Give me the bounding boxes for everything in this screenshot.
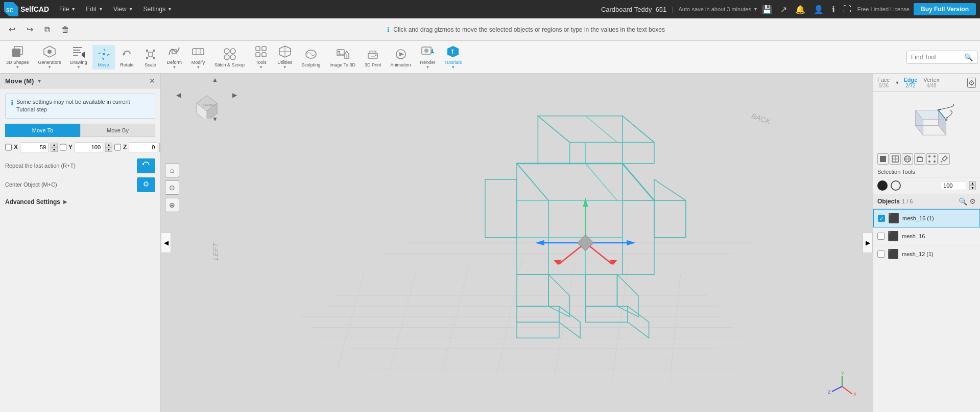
edge-selector[interactable]: Edge 2/72 (903, 77, 917, 88)
svg-rect-32 (256, 53, 260, 57)
y-input[interactable] (75, 142, 103, 152)
autosave-status[interactable]: Auto-save in about 3 minutes ▼ (678, 6, 757, 12)
menu-file[interactable]: File▼ (55, 4, 80, 15)
objects-settings-btn[interactable]: ⚙ (969, 197, 976, 205)
face-selector[interactable]: Face 0/36 (877, 77, 890, 88)
brush-size-down[interactable]: ▼ (969, 186, 976, 190)
objects-search-btn[interactable]: 🔍 (959, 197, 967, 205)
tab-move-by[interactable]: Move By (80, 124, 155, 137)
tab-move-to[interactable]: Move To (5, 124, 80, 137)
sel-type-faces[interactable] (914, 153, 925, 165)
tool-drawing[interactable]: Drawing ▼ (66, 42, 91, 72)
panel-close-button[interactable]: ✕ (149, 77, 155, 85)
menu-edit[interactable]: Edit▼ (82, 4, 107, 15)
sel-type-paint[interactable] (939, 153, 950, 165)
edge-count: 2/72 (905, 83, 915, 88)
z-input[interactable] (129, 142, 157, 152)
viewport[interactable]: FRONT ▲ ◀ ▶ ▼ ⌂ ⊙ ⊕ ◀ ▶ LEFT BACK (161, 74, 873, 412)
tool-modify[interactable]: Modify ▼ (187, 42, 209, 72)
tool-generators[interactable]: Generators ▼ (34, 42, 65, 72)
y-spin-down[interactable]: ▼ (105, 147, 112, 152)
obj-checkbox-0[interactable] (878, 215, 885, 222)
sel-type-vertices[interactable] (926, 153, 938, 165)
find-tool-input[interactable] (911, 54, 962, 61)
scale-icon (144, 47, 158, 61)
tool-animation[interactable]: Animation (387, 45, 415, 70)
brush-size-input[interactable] (941, 181, 966, 190)
bell-icon[interactable]: 🔔 (793, 3, 807, 16)
x-input[interactable] (20, 142, 49, 152)
move-icon (97, 47, 111, 61)
tool-3d-print[interactable]: 3D Print (361, 45, 386, 70)
obj-checkbox-2[interactable] (877, 250, 885, 258)
tool-utilities[interactable]: Utilities ▼ (273, 42, 296, 72)
tool-image-to-3d[interactable]: Image To 3D (325, 45, 360, 70)
user-icon[interactable]: 👤 (811, 3, 826, 16)
redo-button[interactable]: ↪ (23, 22, 37, 37)
nav-right-arrow[interactable]: ▶ (232, 91, 237, 99)
object-row-2[interactable]: ⬛ mesh_12 (1) (873, 245, 980, 263)
main-content: Move (M) ▼ ✕ ℹ Some settings may not be … (0, 74, 980, 412)
nav-left-arrow[interactable]: ◀ (176, 91, 181, 99)
sel-dropdown-arrow[interactable]: ▼ (895, 80, 899, 85)
object-row-1[interactable]: ⬛ mesh_16 (873, 227, 980, 245)
svg-rect-20 (146, 57, 148, 59)
tool-3d-shapes[interactable]: 3D Shapes ▼ (2, 42, 33, 72)
object-row-0[interactable]: ⬛ mesh_16 (1) (873, 209, 980, 227)
advanced-settings-label: Advanced Settings (5, 198, 60, 205)
svg-rect-17 (149, 52, 153, 56)
fullscreen-icon[interactable]: ⛶ (841, 3, 853, 16)
orbit-nav-btn[interactable]: ⊙ (165, 180, 179, 195)
home-nav-btn[interactable]: ⌂ (165, 163, 179, 177)
save-icon[interactable]: 💾 (760, 3, 774, 16)
center-button[interactable] (137, 177, 155, 192)
brush-size-up[interactable]: ▲ (969, 181, 976, 186)
sel-type-all[interactable] (902, 153, 913, 165)
y-spin-up[interactable]: ▲ (105, 143, 112, 147)
nav-cube[interactable]: FRONT (186, 78, 227, 120)
logo: SC SelfCAD (4, 2, 49, 16)
brush-solid-icon[interactable] (877, 180, 888, 191)
repeat-button[interactable] (137, 158, 155, 173)
action-bar: ↩ ↪ ⧉ 🗑 ℹ Click and drag gizmos to move … (0, 18, 980, 41)
undo-button[interactable]: ↩ (5, 22, 19, 37)
tool-sculpting[interactable]: Sculpting (297, 45, 324, 70)
advanced-settings-section[interactable]: Advanced Settings ▶ (5, 198, 155, 205)
menu-settings[interactable]: Settings▼ (139, 4, 176, 15)
panel-hide-right-btn[interactable]: ▶ (863, 233, 873, 253)
sel-type-solid[interactable] (877, 153, 889, 165)
share-icon[interactable]: ↗ (778, 3, 789, 16)
repeat-action-row: Repeat the last action (R+T) (5, 158, 155, 173)
tool-stitch[interactable]: Stitch & Scoop (210, 45, 249, 70)
nav-down-arrow[interactable]: ▼ (212, 116, 218, 123)
x-checkbox[interactable] (5, 144, 12, 151)
panel-dropdown-arrow[interactable]: ▼ (37, 78, 42, 84)
y-checkbox[interactable] (60, 144, 66, 151)
delete-button[interactable]: 🗑 (58, 22, 73, 37)
zoom-nav-btn[interactable]: ⊕ (165, 198, 179, 212)
obj-checkbox-1[interactable] (877, 233, 885, 240)
tool-rotate[interactable]: Rotate (116, 45, 138, 70)
brush-outline-icon[interactable] (891, 180, 901, 191)
tool-tutorials[interactable]: T Tutorials ▼ (440, 42, 466, 72)
vertex-selector[interactable]: Vertex 4/48 (923, 77, 939, 88)
info-icon[interactable]: ℹ (830, 3, 837, 16)
panel-hide-left-btn[interactable]: ◀ (161, 233, 171, 253)
svg-point-27 (230, 49, 235, 54)
tool-move[interactable]: Move (92, 45, 115, 70)
selection-settings-btn[interactable]: ⚙ (967, 78, 976, 88)
nav-cube-svg[interactable]: FRONT (186, 78, 227, 119)
sel-type-wireframe[interactable] (890, 153, 901, 165)
tool-tools[interactable]: Tools ▼ (250, 42, 272, 72)
copy-button[interactable]: ⧉ (41, 22, 54, 37)
tool-render[interactable]: Render ▼ (416, 42, 440, 72)
menu-view[interactable]: View▼ (109, 4, 137, 15)
svg-point-28 (224, 55, 229, 60)
nav-up-arrow[interactable]: ▲ (212, 76, 218, 83)
x-spin-down[interactable]: ▼ (51, 147, 58, 152)
x-spin-up[interactable]: ▲ (51, 143, 58, 147)
buy-button[interactable]: Buy Full Version (914, 3, 976, 15)
tool-scale[interactable]: Scale (139, 45, 162, 70)
tool-deform[interactable]: Deform ▼ (163, 42, 186, 72)
z-checkbox[interactable] (114, 144, 121, 151)
